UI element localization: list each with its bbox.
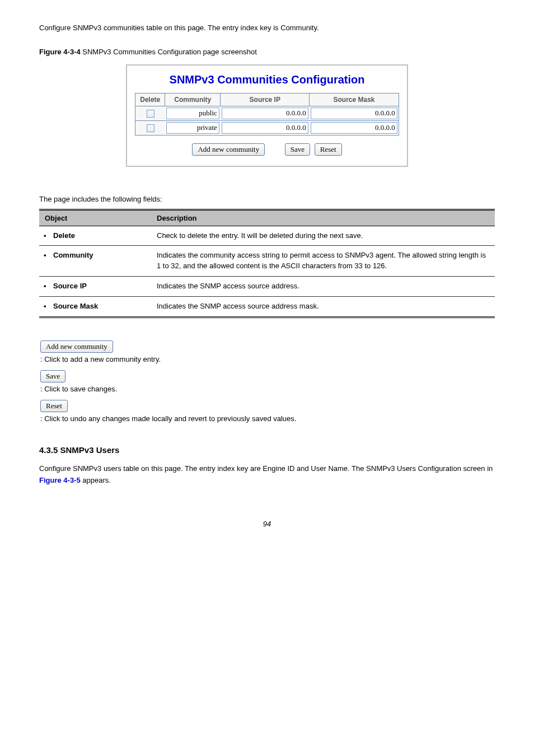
desc-object: Source IP bbox=[39, 277, 151, 297]
intro-text: Configure SNMPv3 communities table on th… bbox=[39, 22, 495, 34]
desc-object: Community bbox=[39, 246, 151, 277]
desc-text: Check to delete the entry. It will be de… bbox=[151, 226, 495, 246]
source-ip-input[interactable] bbox=[222, 122, 308, 134]
section-ref: Figure 4-3-5 bbox=[39, 476, 81, 484]
desc-intro: The page includes the following fields: bbox=[39, 195, 495, 203]
desc-row: Community Indicates the community access… bbox=[39, 246, 495, 277]
button-desc-save: Save : Click to save changes. bbox=[39, 370, 495, 393]
table-row bbox=[135, 120, 399, 135]
desc-object: Source Mask bbox=[39, 296, 151, 317]
figure-label: Figure 4-3-4 bbox=[39, 48, 81, 56]
header-source-mask: Source Mask bbox=[310, 93, 399, 106]
panel-title: SNMPv3 Communities Configuration bbox=[127, 66, 407, 93]
community-input[interactable] bbox=[166, 108, 219, 119]
figure-caption-text: SNMPv3 Communities Configuration page sc… bbox=[82, 48, 256, 56]
desc-row: Delete Check to delete the entry. It wil… bbox=[39, 226, 495, 246]
save-button[interactable]: Save bbox=[285, 143, 310, 156]
desc-text: Indicates the community access string to… bbox=[151, 246, 495, 277]
add-community-button-sample[interactable]: Add new community bbox=[40, 340, 113, 353]
community-input[interactable] bbox=[166, 122, 219, 134]
config-panel: SNMPv3 Communities Configuration Delete … bbox=[126, 64, 408, 167]
desc-row: Source Mask Indicates the SNMP access so… bbox=[39, 296, 495, 317]
desc-header-description: Description bbox=[151, 209, 495, 226]
delete-checkbox[interactable] bbox=[147, 124, 154, 132]
header-community: Community bbox=[165, 93, 221, 106]
figure-caption: Figure 4-3-4 SNMPv3 Communities Configur… bbox=[39, 48, 495, 56]
save-button-sample[interactable]: Save bbox=[40, 370, 65, 382]
desc-text: Indicates the SNMP access source address… bbox=[151, 296, 495, 317]
button-row: Add new community Save Reset bbox=[127, 136, 407, 166]
section-body-pre: Configure SNMPv3 users table on this pag… bbox=[39, 464, 493, 473]
desc-row: Source IP Indicates the SNMP access sour… bbox=[39, 277, 495, 297]
button-desc-reset: Reset : Click to undo any changes made l… bbox=[39, 400, 495, 423]
config-table: Delete Community Source IP Source Mask bbox=[135, 93, 399, 136]
source-ip-input[interactable] bbox=[222, 108, 308, 119]
button-desc-text: : Click to save changes. bbox=[39, 385, 495, 393]
add-community-button[interactable]: Add new community bbox=[192, 143, 265, 156]
section-heading: 4.3.5 SNMPv3 Users bbox=[39, 445, 495, 455]
reset-button-sample[interactable]: Reset bbox=[40, 400, 68, 412]
reset-button[interactable]: Reset bbox=[315, 143, 342, 156]
table-row bbox=[135, 106, 399, 120]
source-mask-input[interactable] bbox=[311, 122, 397, 134]
desc-header-object: Object bbox=[39, 209, 151, 226]
source-mask-input[interactable] bbox=[311, 108, 397, 119]
delete-checkbox[interactable] bbox=[147, 110, 154, 118]
button-desc-add: Add new community : Click to add a new c… bbox=[39, 340, 495, 363]
desc-text: Indicates the SNMP access source address… bbox=[151, 277, 495, 297]
page-number: 94 bbox=[39, 520, 495, 528]
header-delete: Delete bbox=[135, 93, 165, 106]
button-desc-text: : Click to undo any changes made locally… bbox=[39, 414, 495, 423]
section-body-post: appears. bbox=[81, 476, 111, 484]
header-source-ip: Source IP bbox=[221, 93, 310, 106]
section-body: Configure SNMPv3 users table on this pag… bbox=[39, 463, 495, 487]
button-desc-text: : Click to add a new community entry. bbox=[39, 355, 495, 363]
desc-object: Delete bbox=[39, 226, 151, 246]
description-table: Object Description Delete Check to delet… bbox=[39, 209, 495, 318]
